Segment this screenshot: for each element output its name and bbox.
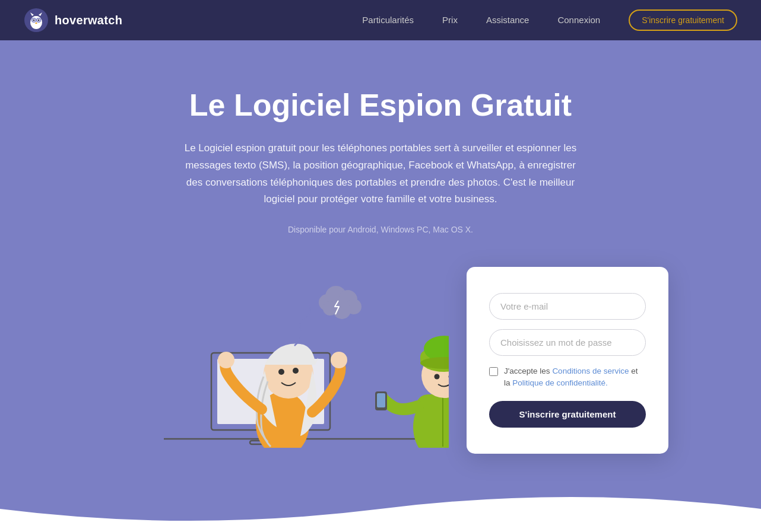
- hero-description: Le Logiciel espion gratuit pour les télé…: [179, 140, 582, 209]
- hero-section: Le Logiciel Espion Gratuit Le Logiciel e…: [0, 40, 761, 532]
- svg-point-28: [323, 301, 337, 316]
- svg-point-22: [331, 352, 347, 368]
- hero-text-area: Le Logiciel Espion Gratuit Le Logiciel e…: [167, 88, 594, 234]
- hero-illustration: [93, 258, 449, 448]
- svg-point-19: [278, 369, 284, 375]
- svg-point-8: [38, 20, 40, 21]
- brand-logo[interactable]: hoverwatch: [24, 8, 122, 33]
- nav-signup[interactable]: S'inscrire gratuitement: [629, 9, 737, 31]
- svg-point-37: [435, 374, 440, 380]
- hero-platforms: Disponible pour Android, Windows PC, Mac…: [179, 225, 582, 234]
- owl-icon: [24, 8, 49, 33]
- terms-link-service[interactable]: Conditions de service: [552, 367, 629, 375]
- navbar: hoverwatch Particularités Prix Assistanc…: [0, 0, 761, 40]
- svg-point-5: [33, 20, 35, 21]
- illustration-area: [93, 258, 449, 450]
- signup-card: J'accepte les Conditions de service et l…: [467, 267, 668, 454]
- svg-rect-40: [377, 393, 385, 407]
- terms-row: J'accepte les Conditions de service et l…: [489, 365, 646, 390]
- svg-point-21: [218, 352, 234, 368]
- nav-prix[interactable]: Prix: [442, 15, 458, 26]
- email-input[interactable]: [489, 293, 646, 320]
- signup-nav-button[interactable]: S'inscrire gratuitement: [629, 9, 737, 31]
- hero-title: Le Logiciel Espion Gratuit: [179, 88, 582, 123]
- signup-main-button[interactable]: S'inscrire gratuitement: [489, 401, 646, 428]
- svg-point-20: [293, 368, 299, 374]
- nav-assistance[interactable]: Assistance: [486, 15, 529, 26]
- terms-checkbox[interactable]: [489, 367, 498, 376]
- nav-connexion[interactable]: Connexion: [557, 15, 600, 26]
- brand-name: hoverwatch: [55, 14, 122, 27]
- hero-bottom: J'accepte les Conditions de service et l…: [0, 258, 761, 450]
- wave-bottom: [0, 485, 761, 532]
- terms-link-privacy[interactable]: Politique de confidentialité.: [512, 378, 608, 387]
- terms-text: J'accepte les Conditions de service et l…: [504, 365, 646, 390]
- password-input[interactable]: [489, 329, 646, 356]
- nav-particularites[interactable]: Particularités: [362, 15, 414, 26]
- nav-links: Particularités Prix Assistance Connexion…: [362, 9, 737, 31]
